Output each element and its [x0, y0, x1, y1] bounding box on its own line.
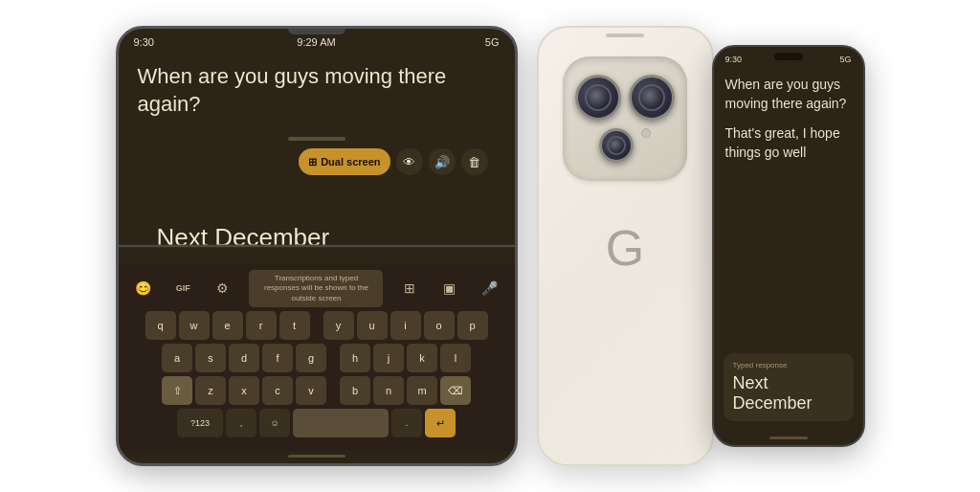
delete-icon[interactable]: 🗑 — [461, 148, 488, 175]
key-k[interactable]: k — [407, 344, 437, 372]
key-comma[interactable]: , — [226, 409, 256, 437]
scene: 9:30 __ 5G 9:29 AM When are you guys mov… — [0, 0, 980, 492]
eye-icon[interactable]: 👁 — [396, 148, 423, 175]
fold-signal: 5G — [485, 36, 500, 48]
camera-lens-tele — [629, 75, 675, 121]
fold-notch — [288, 29, 345, 34]
key-r[interactable]: r — [246, 311, 277, 340]
camera-lens-main — [575, 75, 621, 121]
kb-gap — [313, 311, 321, 340]
message-line-1: When are you guys — [725, 76, 852, 95]
fold-slider — [288, 137, 345, 141]
typed-response-section-fold: Next December — [119, 215, 515, 264]
flash-icon — [641, 128, 651, 138]
message-received: When are you guys moving there again? — [725, 76, 852, 113]
phone-right-screen: 9:30 5G When are you guys moving there a… — [712, 45, 865, 447]
key-q[interactable]: q — [145, 311, 176, 340]
key-b[interactable]: b — [340, 376, 370, 405]
keyboard-row-bottom: ?123 , ☺ . ↵ — [126, 409, 507, 437]
key-z[interactable]: z — [195, 376, 226, 405]
typed-response-text-right: Next December — [733, 373, 844, 414]
key-enter[interactable]: ↵ — [425, 409, 456, 437]
message-line-2: moving there again? — [725, 95, 852, 114]
message2-line-2: things go well — [725, 144, 852, 163]
google-logo: G — [606, 219, 644, 277]
key-w[interactable]: w — [179, 311, 210, 340]
camera-lens-main-inner — [585, 84, 612, 111]
keyboard-area: 😊 GIF ⚙ Transcriptions and typed respons… — [119, 264, 515, 451]
keyboard-toolbar: 😊 GIF ⚙ Transcriptions and typed respons… — [126, 270, 507, 307]
key-a[interactable]: a — [162, 344, 192, 372]
kb-layout-icon[interactable]: ⊞ — [396, 277, 423, 300]
camera-bump — [563, 56, 687, 181]
camera-row-bottom — [599, 128, 651, 163]
right-camera-pill — [774, 53, 803, 60]
typed-response-box-right: Typed response Next December — [724, 353, 854, 421]
key-n[interactable]: n — [373, 376, 404, 405]
key-m[interactable]: m — [407, 376, 437, 405]
key-f[interactable]: f — [262, 344, 293, 372]
key-o[interactable]: o — [424, 311, 455, 340]
camera-lens-ultra — [599, 128, 634, 163]
key-i[interactable]: i — [390, 311, 421, 340]
phone-back: G — [537, 26, 714, 466]
transcription-hint: Transcriptions and typed responses will … — [264, 274, 368, 302]
key-v[interactable]: v — [296, 376, 326, 405]
transcript-section: When are you guys moving there again? ⊞ … — [119, 52, 515, 215]
kb-gif-icon[interactable]: GIF — [169, 277, 196, 300]
key-period[interactable]: . — [391, 409, 422, 437]
dual-screen-icon: ⊞ — [308, 156, 317, 168]
key-shift[interactable]: ⇧ — [162, 376, 192, 405]
message2-line-1: That's great, I hope — [725, 124, 852, 144]
key-d[interactable]: d — [229, 344, 259, 372]
right-home-indicator — [769, 436, 808, 439]
key-emoji-bottom[interactable]: ☺ — [259, 409, 290, 437]
fold-typed-response: Next December — [138, 223, 496, 260]
kb-settings-icon[interactable]: ⚙ — [210, 277, 236, 300]
keyboard-row-2: a s d f g h j k l — [126, 344, 507, 372]
key-j[interactable]: j — [373, 344, 404, 372]
keyboard-row-3: ⇧ z x c v b n m ⌫ — [126, 376, 507, 405]
fold-action-icons: 👁 🔊 🗑 — [396, 148, 488, 175]
kb-mic-icon[interactable]: 🎤 — [476, 277, 502, 300]
key-u[interactable]: u — [357, 311, 388, 340]
key-c[interactable]: c — [262, 376, 293, 405]
key-g[interactable]: g — [296, 344, 326, 372]
key-p[interactable]: p — [457, 311, 488, 340]
fold-transcript-text: When are you guys moving there again? — [138, 63, 496, 118]
camera-row-top — [575, 75, 675, 121]
phone-pair: G 9:30 5G When are you guys moving there… — [537, 26, 865, 466]
fold-hinge — [119, 245, 515, 248]
conversation-area: When are you guys moving there again? Th… — [714, 68, 863, 353]
fold-time: 9:30 — [134, 36, 154, 48]
keyboard-row-1: q w e r t y u i o p — [126, 311, 507, 340]
kb-resize-icon[interactable]: ▣ — [436, 277, 463, 300]
key-x[interactable]: x — [229, 376, 259, 405]
key-space[interactable] — [293, 409, 389, 437]
key-numbers[interactable]: ?123 — [177, 409, 223, 437]
fold-home-indicator — [288, 455, 345, 458]
volume-icon[interactable]: 🔊 — [429, 148, 456, 175]
kb-gap2 — [329, 344, 337, 372]
dual-screen-label: Dual screen — [321, 156, 380, 168]
fold-toolbar — [138, 137, 496, 141]
fold-time-center: 9:29 AM — [297, 36, 335, 48]
foldable-phone: 9:30 __ 5G 9:29 AM When are you guys mov… — [116, 26, 518, 466]
fold-actions: ⊞ Dual screen 👁 🔊 🗑 — [138, 148, 496, 175]
right-time: 9:30 — [725, 55, 743, 64]
transcription-bar: Transcriptions and typed responses will … — [249, 270, 383, 307]
key-t[interactable]: t — [279, 311, 310, 340]
message-sent: That's great, I hope things go well — [725, 124, 852, 162]
key-l[interactable]: l — [440, 344, 471, 372]
kb-emoji-icon[interactable]: 😊 — [130, 277, 157, 300]
key-s[interactable]: s — [195, 344, 226, 372]
key-backspace[interactable]: ⌫ — [440, 376, 471, 405]
camera-lens-ultra-inner — [607, 136, 626, 155]
kb-gap3 — [329, 376, 337, 405]
key-y[interactable]: y — [323, 311, 354, 340]
key-e[interactable]: e — [212, 311, 243, 340]
dual-screen-button[interactable]: ⊞ Dual screen — [299, 148, 390, 175]
key-h[interactable]: h — [340, 344, 370, 372]
right-signal: 5G — [839, 55, 851, 64]
back-notch — [606, 34, 644, 37]
